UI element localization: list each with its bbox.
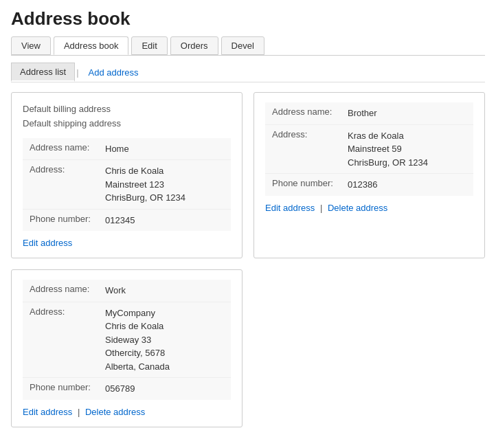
field-label: Phone number: xyxy=(23,378,98,400)
field-value: Brother xyxy=(341,102,473,124)
field-label: Address name: xyxy=(265,102,341,124)
edit-address-link[interactable]: Edit address xyxy=(23,407,72,417)
table-row: Address: Chris de KoalaMainstreet 123Chr… xyxy=(23,160,231,210)
edit-address-link[interactable]: Edit address xyxy=(23,238,72,248)
field-value: Chris de KoalaMainstreet 123ChrisBurg, O… xyxy=(98,160,231,210)
field-value: 012345 xyxy=(98,209,231,231)
action-divider: | xyxy=(78,407,80,417)
table-row: Phone number: 012386 xyxy=(265,174,473,196)
field-label: Phone number: xyxy=(23,209,98,231)
address-card-work: Address name: Work Address: MyCompanyChr… xyxy=(11,269,243,427)
field-value: 056789 xyxy=(98,378,231,400)
home-table: Address name: Home Address: Chris de Koa… xyxy=(23,138,231,232)
address-grid: Default billing address Default shipping… xyxy=(11,92,485,427)
card-home-header: Default billing address Default shipping… xyxy=(23,102,231,131)
field-label: Phone number: xyxy=(265,174,341,196)
subtab-divider: | xyxy=(75,67,80,78)
address-card-brother: Address name: Brother Address: Kras de K… xyxy=(253,92,485,258)
subtab-address-list[interactable]: Address list xyxy=(11,63,75,82)
delete-address-link[interactable]: Delete address xyxy=(328,203,387,213)
table-row: Address name: Work xyxy=(23,280,231,302)
table-row: Address: Kras de KoalaMainstreet 59Chris… xyxy=(265,124,473,174)
table-row: Address name: Home xyxy=(23,138,231,160)
table-row: Phone number: 056789 xyxy=(23,378,231,400)
empty-grid-cell xyxy=(253,269,485,427)
work-table: Address name: Work Address: MyCompanyChr… xyxy=(23,280,231,400)
brother-actions: Edit address | Delete address xyxy=(265,203,473,213)
default-billing-label: Default billing address xyxy=(23,102,231,117)
home-actions: Edit address xyxy=(23,238,231,248)
tab-orders[interactable]: Orders xyxy=(170,36,218,55)
edit-address-link[interactable]: Edit address xyxy=(265,203,315,213)
tab-address-book[interactable]: Address book xyxy=(54,36,129,55)
table-row: Address: MyCompanyChris de KoalaSideway … xyxy=(23,302,231,378)
field-value: Home xyxy=(98,138,231,160)
field-label: Address: xyxy=(23,160,98,210)
table-row: Address name: Brother xyxy=(265,102,473,124)
subtab-add-address[interactable]: Add address xyxy=(80,64,147,81)
field-label: Address name: xyxy=(23,280,98,302)
page-title: Address book xyxy=(11,8,485,30)
action-divider: | xyxy=(320,203,322,213)
table-row: Phone number: 012345 xyxy=(23,209,231,231)
field-label: Address name: xyxy=(23,138,98,160)
top-tabs: View Address book Edit Orders Devel xyxy=(11,36,485,56)
delete-address-link[interactable]: Delete address xyxy=(85,407,145,417)
field-value: Work xyxy=(98,280,231,302)
brother-table: Address name: Brother Address: Kras de K… xyxy=(265,102,473,196)
field-value: MyCompanyChris de KoalaSideway 33Otherci… xyxy=(98,302,231,378)
default-shipping-label: Default shipping address xyxy=(23,117,231,131)
work-actions: Edit address | Delete address xyxy=(23,407,231,417)
tab-edit[interactable]: Edit xyxy=(131,36,167,55)
field-label: Address: xyxy=(265,124,341,174)
address-card-home: Default billing address Default shipping… xyxy=(11,92,243,258)
field-value: 012386 xyxy=(341,174,473,196)
tab-view[interactable]: View xyxy=(11,36,51,55)
subtabs: Address list | Add address xyxy=(11,63,485,82)
tab-devel[interactable]: Devel xyxy=(221,36,264,55)
field-label: Address: xyxy=(23,302,98,378)
field-value: Kras de KoalaMainstreet 59ChrisBurg, OR … xyxy=(341,124,473,174)
